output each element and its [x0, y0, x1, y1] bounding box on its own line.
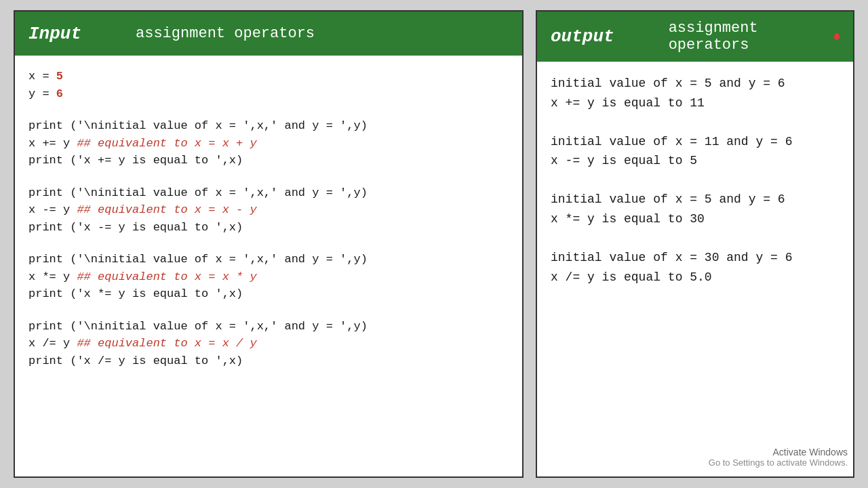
code-line-x: x = 5	[28, 68, 509, 85]
activate-windows-line1: Activate Windows	[709, 447, 848, 458]
code-line-print-div: print ('x /= y is equal to ',x)	[28, 352, 509, 370]
output-block-1: initial value of x = 5 and y = 6 x += y …	[551, 74, 840, 113]
output-line-4a: initial value of x = 30 and y = 6	[551, 248, 840, 268]
input-panel-header: Input assignment operators	[15, 12, 522, 56]
code-block-minus-eq: print ('\ninitial value of x = ',x,' and…	[28, 184, 509, 237]
activate-windows-line2: Go to Settings to activate Windows.	[709, 458, 848, 468]
code-block-mult-eq: print ('\ninitial value of x = ',x,' and…	[28, 251, 509, 303]
code-block-div-eq: print ('\ninitial value of x = ',x,' and…	[28, 318, 509, 370]
output-block-2: initial value of x = 11 and y = 6 x -= y…	[551, 132, 840, 171]
code-line-mult-eq: x *= y ## equivalent to x = x * y	[28, 268, 509, 286]
input-label: Input	[28, 24, 81, 44]
output-block-4: initial value of x = 30 and y = 6 x /= y…	[551, 248, 840, 287]
output-label: output	[551, 26, 614, 47]
output-line-3a: initial value of x = 5 and y = 6	[551, 190, 840, 209]
code-line-minus-eq: x -= y ## equivalent to x = x - y	[28, 201, 509, 219]
code-line-print-1: print ('\ninitial value of x = ',x,' and…	[28, 117, 509, 135]
code-block-plus-eq: print ('\ninitial value of x = ',x,' and…	[28, 117, 509, 169]
code-num-5: 5	[56, 70, 63, 83]
output-line-1b: x += y is equal to 11	[551, 94, 840, 113]
main-container: Input assignment operators x = 5 y = 6 p…	[14, 10, 854, 478]
code-comment-plus: ## equivalent to x = x + y	[77, 137, 256, 150]
code-comment-mult: ## equivalent to x = x * y	[77, 270, 256, 283]
code-line-print-3: print ('\ninitial value of x = ',x,' and…	[28, 251, 509, 268]
output-line-2a: initial value of x = 11 and y = 6	[551, 132, 840, 152]
output-header-title: assignment operators	[669, 20, 818, 54]
input-panel-body: x = 5 y = 6 print ('\ninitial value of x…	[15, 56, 522, 476]
code-block-vars: x = 5 y = 6	[28, 68, 509, 102]
code-line-y: y = 6	[28, 85, 509, 103]
code-line-div-eq: x /= y ## equivalent to x = x / y	[28, 335, 509, 352]
code-line-print-2: print ('\ninitial value of x = ',x,' and…	[28, 184, 509, 202]
code-line-print-plus: print ('x += y is equal to ',x)	[28, 152, 509, 169]
output-panel: output assignment operators initial valu…	[536, 10, 854, 478]
code-line-print-mult: print ('x *= y is equal to ',x)	[28, 285, 509, 303]
code-num-6: 6	[56, 87, 63, 100]
output-panel-body: initial value of x = 5 and y = 6 x += y …	[537, 62, 853, 476]
activate-windows-notice: Activate Windows Go to Settings to activ…	[709, 447, 848, 468]
input-panel: Input assignment operators x = 5 y = 6 p…	[14, 10, 524, 478]
code-comment-minus: ## equivalent to x = x - y	[77, 203, 256, 216]
output-line-4b: x /= y is equal to 5.0	[551, 268, 840, 287]
code-comment-div: ## equivalent to x = x / y	[77, 337, 256, 350]
output-line-2b: x -= y is equal to 5	[551, 151, 840, 171]
input-header-title: assignment operators	[136, 25, 315, 42]
output-line-1a: initial value of x = 5 and y = 6	[551, 74, 840, 94]
code-line-print-4: print ('\ninitial value of x = ',x,' and…	[28, 318, 509, 336]
code-line-print-minus: print ('x -= y is equal to ',x)	[28, 219, 509, 237]
code-line-plus-eq: x += y ## equivalent to x = x + y	[28, 135, 509, 152]
output-block-3: initial value of x = 5 and y = 6 x *= y …	[551, 190, 840, 229]
output-line-3b: x *= y is equal to 30	[551, 209, 840, 229]
cursor-indicator	[834, 33, 840, 40]
output-panel-header: output assignment operators	[537, 12, 853, 62]
